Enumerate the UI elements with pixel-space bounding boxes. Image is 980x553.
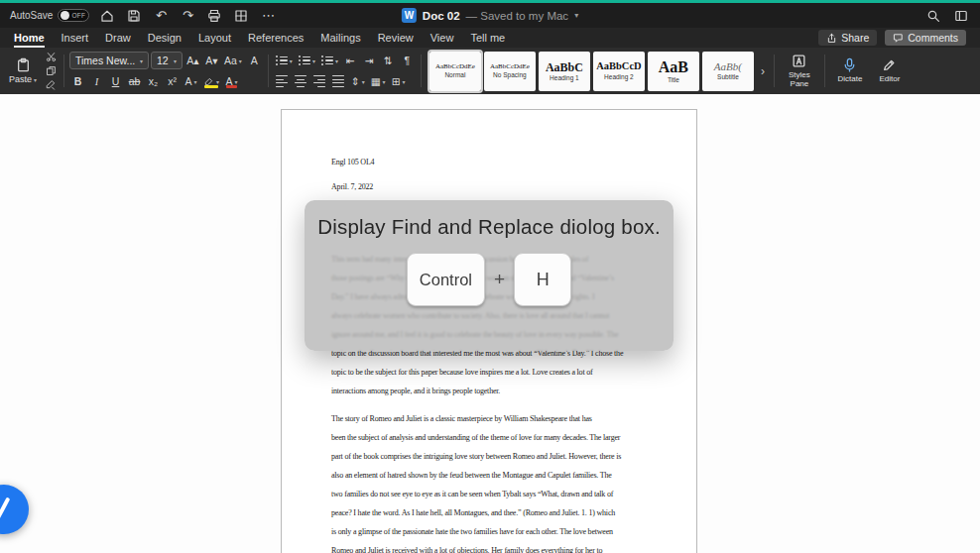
document-title-area[interactable]: W Doc 02 — Saved to my Mac ▾: [402, 8, 578, 23]
document-save-status: — Saved to my Mac: [466, 10, 569, 22]
autosave-toggle[interactable]: Off: [58, 9, 89, 22]
chevron-down-icon: ▾: [34, 76, 37, 83]
cut-button[interactable]: [43, 51, 59, 63]
paste-label: Paste: [9, 74, 32, 84]
ribbon-tab-label: Insert: [61, 32, 89, 44]
title-chevron-icon: ▾: [574, 11, 578, 20]
align-right-button[interactable]: [311, 73, 328, 90]
ribbon-tab-label: Design: [148, 32, 182, 44]
italic-button[interactable]: I: [88, 73, 105, 90]
shading-button[interactable]: ▦ ▾: [369, 73, 388, 90]
ribbon-tab[interactable]: Layout: [198, 28, 231, 48]
app-switcher-icon[interactable]: [952, 7, 970, 25]
styles-gallery-expand[interactable]: ›: [757, 51, 769, 91]
document-line: Romeo and Juliet is received with a lot …: [331, 541, 657, 553]
style-cell[interactable]: AaBbCcDdEe Normal: [429, 52, 481, 91]
font-size-select[interactable]: 12 ▾: [151, 52, 183, 69]
increase-indent-button[interactable]: ⇥: [361, 53, 378, 69]
chevron-down-icon: ▾: [239, 57, 242, 64]
document-title: Doc 02: [423, 10, 460, 22]
group-divider: [774, 55, 775, 87]
underline-button[interactable]: U: [107, 73, 124, 90]
document-header: Engl 105 OL4April. 7, 2022: [331, 150, 657, 199]
style-name: Normal: [444, 71, 465, 78]
keycap-control: Control: [407, 253, 485, 306]
format-painter-button[interactable]: [43, 78, 59, 91]
copy-button[interactable]: [43, 64, 59, 77]
align-center-button[interactable]: [293, 73, 309, 90]
ribbon-tab[interactable]: Design: [148, 28, 182, 48]
styles-gallery: AaBbCcDdEe Normal AaBbCcDdEe No Spacing …: [427, 51, 757, 91]
text-effects-button[interactable]: A ▾: [183, 73, 199, 90]
undo-icon[interactable]: ↶: [152, 7, 170, 25]
editor-button[interactable]: Editor: [870, 51, 910, 91]
word-doc-icon: W: [402, 8, 417, 23]
font-name-select[interactable]: Times New... ▾: [69, 52, 149, 69]
sort-button[interactable]: ⇅: [380, 53, 397, 69]
style-cell[interactable]: AaBbC Heading 1: [539, 52, 590, 91]
font-color-button[interactable]: A ▾: [223, 73, 240, 90]
share-icon: [826, 33, 837, 44]
decrease-indent-button[interactable]: ⇤: [342, 53, 359, 69]
strikethrough-button[interactable]: ab: [126, 73, 143, 90]
borders-button[interactable]: ⊞ ▾: [390, 73, 408, 90]
share-button[interactable]: Share: [818, 30, 877, 46]
subscript-button[interactable]: x₂: [145, 73, 162, 90]
ribbon-tab[interactable]: Insert: [61, 28, 89, 48]
titlebar-right: [924, 7, 970, 25]
style-name: No Spacing: [493, 71, 527, 78]
shrink-font-button[interactable]: A▾: [203, 53, 220, 69]
style-preview: AaBbCcDdEe: [435, 63, 475, 70]
clipboard-icon: [16, 57, 31, 72]
group-divider: [421, 55, 422, 87]
comments-button[interactable]: Comments: [885, 30, 966, 46]
show-paragraph-marks-button[interactable]: ¶: [399, 53, 416, 69]
justify-button[interactable]: [330, 73, 347, 90]
multilevel-list-button[interactable]: ▾: [319, 53, 340, 69]
ribbon-tab[interactable]: Home: [14, 28, 45, 48]
style-cell[interactable]: AaBb( Subtitle: [702, 52, 754, 91]
dictate-button[interactable]: Dictate: [830, 51, 870, 91]
document-line: peace? I hate the word. As I hate hell, …: [331, 503, 657, 522]
ribbon-tab-label: References: [248, 32, 304, 44]
line-spacing-button[interactable]: ⇕ ▾: [349, 73, 367, 90]
style-cell[interactable]: AaB Title: [648, 52, 699, 91]
document-line: part of the book comprises the intriguin…: [331, 447, 657, 466]
microphone-icon: [842, 57, 857, 72]
style-cell[interactable]: AaBbCcD Heading 2: [593, 52, 645, 91]
superscript-button[interactable]: x²: [164, 73, 181, 90]
redo-icon[interactable]: ↷: [179, 7, 196, 25]
search-icon[interactable]: [924, 7, 942, 25]
save-icon[interactable]: [125, 7, 143, 25]
change-case-button[interactable]: Aa ▾: [222, 53, 244, 69]
ribbon-tabs: Home Insert Draw Design Layout: [14, 28, 505, 48]
styles-pane-label: Styles Pane: [781, 70, 818, 88]
paste-button[interactable]: Paste ▾: [6, 52, 40, 91]
ribbon-tab[interactable]: Mailings: [320, 28, 360, 48]
print-icon[interactable]: [205, 7, 223, 25]
chevron-down-icon: ▾: [235, 78, 238, 85]
clear-formatting-button[interactable]: A: [246, 53, 263, 69]
autosave-control[interactable]: AutoSave Off: [10, 9, 89, 22]
style-preview: AaBbC: [546, 61, 583, 73]
ribbon-tab[interactable]: View: [430, 28, 454, 48]
style-cell[interactable]: AaBbCcDdEe No Spacing: [484, 52, 536, 91]
align-left-button[interactable]: [274, 73, 291, 90]
ribbon-tab[interactable]: Draw: [105, 28, 131, 48]
ribbon-tab[interactable]: Review: [378, 28, 414, 48]
more-commands-icon[interactable]: ⋯: [259, 7, 277, 25]
ribbon-tab[interactable]: References: [248, 28, 304, 48]
document-line: interactions among people, and it brings…: [331, 382, 657, 400]
style-name: Subtitle: [717, 73, 739, 80]
home-icon[interactable]: [98, 7, 116, 25]
ribbon-tab[interactable]: Tell me: [470, 28, 505, 48]
bold-button[interactable]: B: [69, 73, 86, 90]
dictate-label: Dictate: [837, 74, 862, 83]
justify-icon: [332, 75, 344, 87]
bullets-button[interactable]: ▾: [274, 53, 295, 69]
styles-pane-button[interactable]: Styles Pane: [780, 51, 819, 91]
table-grid-icon[interactable]: [232, 7, 250, 25]
highlight-color-button[interactable]: ▾: [201, 73, 221, 90]
numbering-button[interactable]: ▾: [297, 53, 317, 69]
grow-font-button[interactable]: A▴: [184, 53, 201, 69]
